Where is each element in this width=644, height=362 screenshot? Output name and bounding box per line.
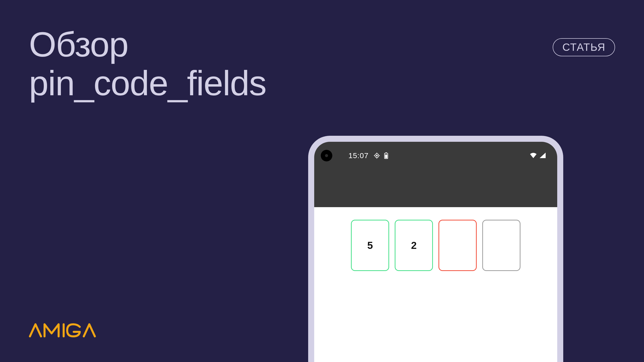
pin-field-value: 5 [367, 240, 373, 251]
pin-field-3[interactable] [438, 220, 477, 271]
title-line-1: Обзор [29, 25, 128, 64]
cellular-signal-icon [540, 153, 546, 159]
svg-point-1 [376, 155, 377, 156]
camera-punch-hole [321, 150, 332, 161]
status-bar-right [530, 153, 546, 159]
svg-rect-8 [386, 152, 387, 153]
location-target-icon [374, 152, 380, 159]
pin-field-2[interactable]: 2 [395, 220, 433, 271]
title-line-2: pin_code_fields [29, 63, 266, 103]
svg-rect-7 [385, 155, 387, 158]
pin-code-row: 5 2 [314, 220, 557, 271]
status-bar: 15:07 [314, 142, 557, 169]
wifi-icon [530, 153, 537, 159]
phone-screen: 15:07 [314, 142, 557, 362]
article-badge: СТАТЬЯ [553, 38, 615, 56]
app-content: 5 2 [314, 207, 557, 362]
badge-label: СТАТЬЯ [562, 41, 606, 53]
brand-logo [29, 323, 109, 337]
status-time: 15:07 [348, 151, 369, 160]
status-icons-left [374, 152, 388, 159]
amiga-logo-icon [29, 323, 109, 337]
pin-field-1[interactable]: 5 [351, 220, 389, 271]
pin-field-value: 2 [411, 240, 417, 251]
page-title: Обзор pin_code_fields [29, 25, 266, 103]
status-bar-left: 15:07 [319, 150, 388, 161]
phone-mockup: 15:07 [308, 136, 563, 362]
battery-icon [384, 152, 388, 159]
pin-field-4[interactable] [482, 220, 520, 271]
